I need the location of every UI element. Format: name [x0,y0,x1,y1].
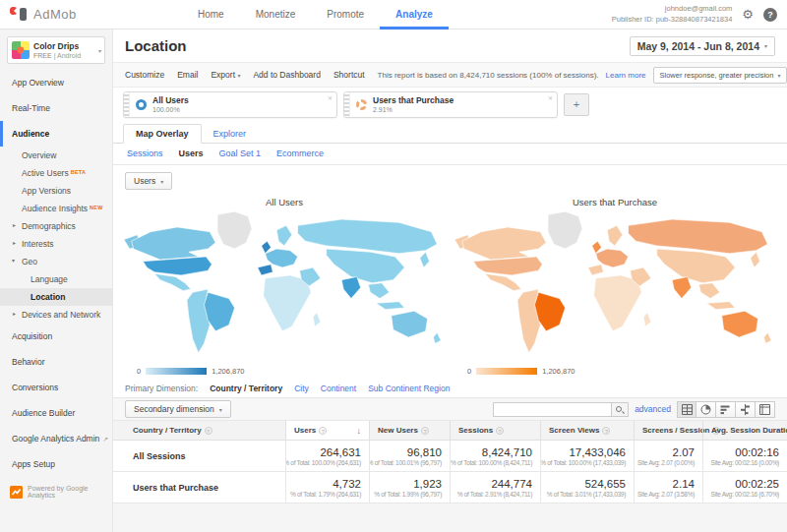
search-input[interactable] [493,402,611,417]
tab-sessions[interactable]: Sessions [127,148,163,158]
drag-handle[interactable] [344,92,350,117]
primary-dimension-bar: Primary Dimension: Country / Territory C… [113,380,787,397]
table-row-users-that-purchase: Users that Purchase 4,732% of Total: 1.7… [113,472,787,503]
chevron-down-icon: ▾ [12,257,15,264]
sidebar-item-behavior[interactable]: Behavior [0,349,112,375]
gear-icon[interactable]: ⚙ [742,7,754,22]
chevron-down-icon: ▾ [98,47,101,54]
app-selector[interactable]: Color Drips FREE | Android ▾ [7,36,105,64]
learn-more-link[interactable]: Learn more [606,71,646,80]
precision-selector[interactable]: Slower response, greater precision ▾ [653,67,787,84]
sidebar-item-geo[interactable]: ▾Geo [0,253,112,270]
performance-view-button[interactable] [716,401,736,418]
close-icon[interactable]: ✕ [548,94,553,101]
sidebar-item-audience-builder[interactable]: Audience Builder [0,400,112,426]
add-to-dashboard-button[interactable]: Add to Dashboard [253,70,321,80]
pivot-view-button[interactable] [756,401,775,418]
header-screens-session[interactable]: Screens / Session? [634,421,702,440]
dimension-sub-continent[interactable]: Sub Continent Region [368,384,450,393]
header-new-users[interactable]: New Users? [369,421,450,440]
secondary-dimension-button[interactable]: Secondary dimension ▾ [125,400,231,418]
sidebar-item-active-users[interactable]: Active UsersBETA [0,164,112,182]
help-icon[interactable]: ? [602,427,610,435]
sidebar-item-app-overview[interactable]: App Overview [0,70,112,95]
map-overlay-area: All Users [113,195,787,380]
segment-users-that-purchase[interactable]: Users that Purchase 2.91% ✕ [343,91,558,118]
header-screen-views[interactable]: Screen Views? [540,421,634,440]
metric-dropdown[interactable]: Users ▾ [125,172,172,190]
tab-map-overlay[interactable]: Map Overlay [123,124,202,144]
help-icon[interactable]: ? [319,427,327,435]
dimension-country-territory[interactable]: Country / Territory [210,384,282,393]
tab-ecommerce[interactable]: Ecommerce [276,148,324,158]
view-toggle-group [677,401,775,418]
sidebar-item-language[interactable]: Language [0,270,112,288]
nav-home[interactable]: Home [182,0,240,30]
shortcut-button[interactable]: Shortcut [333,70,365,80]
dimension-continent[interactable]: Continent [321,384,356,393]
header-sessions[interactable]: Sessions? [450,421,540,440]
app-icon [12,41,30,59]
help-icon[interactable]: ? [205,427,212,435]
tab-explorer[interactable]: Explorer [202,125,259,143]
help-icon[interactable]: ? [496,427,504,435]
sidebar-item-acquisition[interactable]: Acquisition [0,324,112,349]
sidebar-item-audience-insights[interactable]: Audience InsightsNEW [0,200,112,217]
chevron-down-icon: ▾ [777,72,780,79]
tab-goal-set-1[interactable]: Goal Set 1 [219,148,262,158]
tab-users[interactable]: Users [179,148,204,158]
segments-bar: All Users 100.00% ✕ Users that Purchase … [113,88,787,121]
help-icon[interactable]: ? [763,8,777,22]
export-button[interactable]: Export ▾ [211,70,240,80]
segment-all-users[interactable]: All Users 100.00% ✕ [123,91,337,118]
advanced-link[interactable]: advanced [635,404,671,414]
header-users[interactable]: Users?↓ [285,421,369,440]
email-button[interactable]: Email [177,70,198,80]
nav-promote[interactable]: Promote [311,0,380,30]
map-all-users[interactable]: All Users [119,195,450,380]
sidebar-nav: App Overview Real-Time Audience Overview… [0,70,112,477]
sidebar-item-interests[interactable]: ▸Interests [0,235,112,253]
map-title: Users that Purchase [450,195,780,208]
percentage-view-button[interactable] [696,401,716,418]
drag-handle[interactable] [124,92,130,117]
search-icon [616,406,622,412]
sidebar-footer: Powered by Google Analytics [0,477,112,532]
sidebar-item-real-time[interactable]: Real-Time [0,95,112,121]
sidebar-item-audience[interactable]: Audience [0,121,112,147]
dimension-city[interactable]: City [294,384,309,393]
sidebar-item-app-versions[interactable]: App Versions [0,182,112,200]
search-button[interactable] [611,402,629,417]
legend-gradient [476,368,537,375]
nav-analyze[interactable]: Analyze [380,0,449,30]
close-icon[interactable]: ✕ [328,94,333,101]
sidebar-item-conversions[interactable]: Conversions [0,375,112,400]
table-header-row: Country / Territory? Users?↓ New Users? … [113,421,787,441]
view-tabs: Map Overlay Explorer [113,121,787,144]
account-info: johndoe@gmail.com Publisher ID: pub-3288… [612,4,733,24]
new-badge: NEW [90,205,102,210]
chevron-right-icon: ▸ [13,310,16,317]
date-range-selector[interactable]: May 9, 2014 - Jun 8, 2014 ▾ [630,36,775,56]
sidebar-item-demographics[interactable]: ▸Demographics [0,217,112,235]
legend-gradient [146,368,207,375]
top-nav: Home Monetize Promote Analyze [182,0,449,30]
add-segment-button[interactable]: + [564,93,589,116]
sidebar-item-ga-admin[interactable]: Google Analytics Admin↗ [0,426,112,451]
table-view-button[interactable] [677,401,696,418]
sidebar-item-apps-setup[interactable]: Apps Setup [0,451,112,477]
nav-monetize[interactable]: Monetize [240,0,312,30]
help-icon[interactable]: ? [421,427,429,435]
header-country-territory[interactable]: Country / Territory? [113,421,285,440]
publisher-id: Publisher ID: pub-328840873421834 [612,15,733,25]
sidebar-item-location[interactable]: Location [0,288,112,306]
admob-logo[interactable]: AdMob [10,6,138,24]
map-users-that-purchase[interactable]: Users that Purchase [450,195,780,380]
customize-button[interactable]: Customize [125,70,164,80]
sidebar-item-devices-and-network[interactable]: ▸Devices and Network [0,306,112,324]
admob-logo-icon [10,6,28,24]
sidebar-item-overview[interactable]: Overview [0,147,112,164]
header-avg-session-duration[interactable]: Avg. Session Duration? [702,421,787,440]
app-meta: FREE | Android [33,52,81,59]
comparison-view-button[interactable] [736,401,756,418]
